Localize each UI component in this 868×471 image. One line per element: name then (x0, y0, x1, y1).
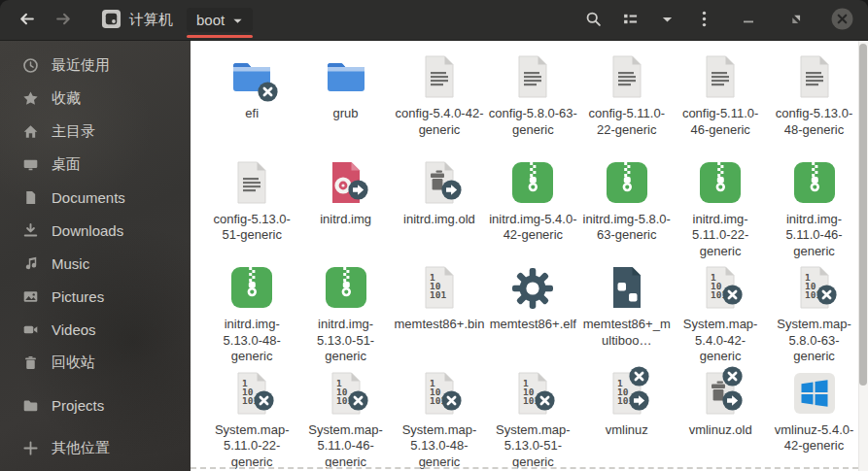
back-arrow-icon (18, 11, 35, 30)
search-button[interactable] (576, 5, 609, 36)
file-item[interactable]: initrd.img-5.11.0-22-generic (674, 159, 767, 265)
sidebar-item-label: 主目录 (52, 122, 95, 141)
file-label: initrd.img-5.13.0-48-generic (207, 317, 297, 365)
sidebar-item-projects[interactable]: Projects (0, 388, 191, 421)
file-item[interactable]: 110101vmlinuz (580, 370, 674, 471)
zip-file-icon (228, 264, 275, 311)
file-label: config-5.4.0-42-generic (394, 106, 484, 138)
music-icon (22, 255, 39, 272)
sidebar-item-music[interactable]: Music (0, 247, 191, 280)
file-item[interactable]: efi (205, 53, 298, 159)
windows-file-icon (791, 370, 838, 417)
file-label: vmlinuz-5.4.0-42-generic (769, 422, 859, 454)
file-label: memtest86+_multiboo… (581, 317, 672, 349)
file-item[interactable]: memtest86+_multiboo… (580, 264, 674, 370)
view-options-button[interactable] (650, 5, 683, 36)
sidebar-item-label: Pictures (52, 288, 104, 305)
file-item[interactable]: initrd.img-5.13.0-51-generic (298, 264, 392, 370)
file-item[interactable]: initrd.img.old (393, 159, 486, 265)
forward-arrow-icon (55, 11, 72, 30)
file-label: initrd.img (300, 212, 391, 228)
file-item[interactable]: initrd.img-5.13.0-48-generic (205, 264, 298, 370)
file-item[interactable]: config-5.4.0-42-generic (393, 53, 486, 159)
file-label: initrd.img-5.11.0-46-generic (769, 212, 859, 260)
file-item[interactable]: 110101System.map-5.8.0-63-generic (767, 264, 860, 370)
folder-file-icon (323, 53, 369, 100)
file-item[interactable]: 110101System.map-5.4.0-42-generic (674, 264, 767, 370)
file-item[interactable]: memtest86+.elf (486, 264, 579, 370)
file-item[interactable]: 110101System.map-5.13.0-48-generic (393, 370, 486, 471)
no-access-emblem-icon (535, 390, 555, 411)
file-item[interactable]: vmlinuz-5.4.0-42-generic (767, 370, 860, 471)
close-button[interactable] (825, 5, 858, 36)
sidebar-item-videos[interactable]: Videos (0, 313, 191, 346)
maximize-icon (790, 13, 801, 27)
file-item[interactable]: config-5.8.0-63-generic (486, 53, 579, 159)
sidebar-item-trash[interactable]: 回收站 (0, 346, 191, 379)
file-item[interactable]: initrd.img-5.8.0-63-generic (580, 159, 674, 265)
sidebar-item-downloads[interactable]: Downloads (0, 214, 191, 247)
symlink-emblem-icon (441, 180, 462, 200)
no-access-emblem-icon (816, 285, 837, 305)
scrollbar[interactable] (858, 41, 868, 471)
file-item[interactable]: 110101System.map-5.11.0-22-generic (205, 370, 298, 471)
file-label: System.map-5.13.0-48-generic (394, 422, 484, 471)
file-item[interactable]: 110101memtest86+.bin (393, 264, 486, 370)
zip-file-icon (791, 159, 838, 206)
sidebar-item-label: 桌面 (52, 155, 81, 174)
menu-button[interactable] (687, 5, 720, 36)
file-item[interactable]: initrd.img (298, 159, 392, 265)
sidebar-item-pictures[interactable]: Pictures (0, 280, 191, 313)
file-item[interactable]: 110101System.map-5.13.0-51-generic (486, 370, 579, 471)
file-label: initrd.img-5.11.0-22-generic (676, 212, 766, 260)
minimize-icon (743, 13, 754, 27)
forward-button[interactable] (47, 5, 80, 36)
file-item[interactable]: grub (298, 53, 392, 159)
search-icon (585, 11, 602, 30)
location-boot-button[interactable]: boot (187, 8, 253, 32)
minimize-button[interactable] (732, 5, 765, 36)
list-view-toggle-button[interactable] (613, 5, 646, 36)
file-item[interactable]: config-5.13.0-51-generic (205, 159, 298, 265)
text-file-icon (697, 53, 744, 100)
gear-file-icon (509, 264, 556, 311)
sidebar-item-label: 最近使用 (52, 56, 110, 75)
text-file-icon (604, 53, 650, 100)
file-label: System.map-5.4.0-42-generic (676, 317, 766, 365)
image-icon (22, 288, 39, 305)
sidebar-item-label: 回收站 (52, 353, 95, 372)
sidebar-item-label: Projects (52, 397, 104, 414)
binary-file-icon: 110101 (604, 370, 650, 417)
sidebar-item-recent[interactable]: 最近使用 (0, 49, 191, 82)
home-icon (22, 123, 39, 140)
file-item[interactable]: initrd.img-5.4.0-42-generic (486, 159, 579, 265)
scrollbar-thumb[interactable] (859, 44, 867, 386)
file-item[interactable]: 110101System.map-5.11.0-46-generic (298, 370, 392, 471)
location-boot-label: boot (196, 12, 225, 28)
video-icon (22, 321, 39, 338)
location-computer-button[interactable]: 计算机 (93, 5, 181, 36)
file-item[interactable]: config-5.11.0-46-generic (674, 53, 767, 159)
sidebar-item-other-locations[interactable]: 其他位置 (0, 431, 191, 464)
file-label: memtest86+.elf (488, 317, 578, 333)
desktop-icon (22, 156, 39, 173)
file-item[interactable]: initrd.img-5.11.0-46-generic (767, 159, 860, 265)
file-label: initrd.img-5.4.0-42-generic (488, 212, 578, 244)
text-file-icon (791, 53, 838, 100)
file-item[interactable]: vmlinuz.old (674, 370, 767, 471)
file-label: config-5.11.0-46-generic (676, 106, 766, 138)
file-item[interactable]: config-5.13.0-48-generic (767, 53, 860, 159)
sidebar-item-documents[interactable]: Documents (0, 181, 191, 214)
zip-file-icon (323, 264, 369, 311)
sidebar-item-home[interactable]: 主目录 (0, 115, 191, 148)
file-item[interactable]: config-5.11.0-22-generic (580, 53, 674, 159)
file-label: System.map-5.13.0-51-generic (488, 422, 578, 471)
sidebar-item-starred[interactable]: 收藏 (0, 82, 191, 115)
kebab-menu-icon (702, 11, 707, 30)
maximize-button[interactable] (779, 5, 812, 36)
back-button[interactable] (10, 5, 43, 36)
file-label: config-5.13.0-51-generic (207, 212, 297, 244)
file-view: efigrubconfig-5.4.0-42-genericconfig-5.8… (191, 41, 868, 471)
sidebar-item-desktop[interactable]: 桌面 (0, 148, 191, 181)
text-file-icon (416, 53, 463, 100)
